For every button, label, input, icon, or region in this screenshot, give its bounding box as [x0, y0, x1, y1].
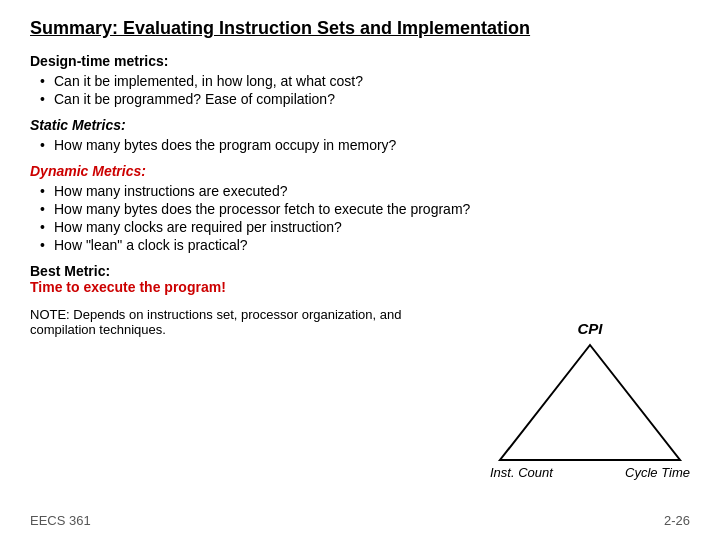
- triangle-diagram: CPI Inst. Count Cycle Time: [490, 320, 690, 480]
- list-item: Can it be programmed? Ease of compilatio…: [40, 91, 690, 107]
- cycle-time-label: Cycle Time: [625, 465, 690, 480]
- svg-marker-0: [500, 345, 680, 460]
- dynamic-metrics-heading: Dynamic Metrics:: [30, 163, 690, 179]
- list-item: How many bytes does the processor fetch …: [40, 201, 690, 217]
- footer-left: EECS 361: [30, 513, 91, 528]
- best-metric-label1: Best Metric:: [30, 263, 110, 279]
- best-metric-label2: Time to execute the program!: [30, 279, 226, 295]
- list-item: Can it be implemented, in how long, at w…: [40, 73, 690, 89]
- cpi-label: CPI: [577, 320, 602, 337]
- design-time-bullets: Can it be implemented, in how long, at w…: [30, 73, 690, 107]
- inst-count-label: Inst. Count: [490, 465, 553, 480]
- best-metric: Best Metric: Time to execute the program…: [30, 263, 690, 295]
- page: Summary: Evaluating Instruction Sets and…: [0, 0, 720, 540]
- footer: EECS 361 2-26: [30, 513, 690, 528]
- note-text: NOTE: Depends on instructions set, proce…: [30, 307, 410, 337]
- list-item: How "lean" a clock is practical?: [40, 237, 690, 253]
- footer-right: 2-26: [664, 513, 690, 528]
- static-metrics-bullets: How many bytes does the program occupy i…: [30, 137, 690, 153]
- page-title: Summary: Evaluating Instruction Sets and…: [30, 18, 690, 39]
- static-metrics-heading: Static Metrics:: [30, 117, 690, 133]
- list-item: How many clocks are required per instruc…: [40, 219, 690, 235]
- triangle-svg: [490, 320, 690, 480]
- design-time-heading: Design-time metrics:: [30, 53, 690, 69]
- list-item: How many instructions are executed?: [40, 183, 690, 199]
- list-item: How many bytes does the program occupy i…: [40, 137, 690, 153]
- dynamic-metrics-bullets: How many instructions are executed? How …: [30, 183, 690, 253]
